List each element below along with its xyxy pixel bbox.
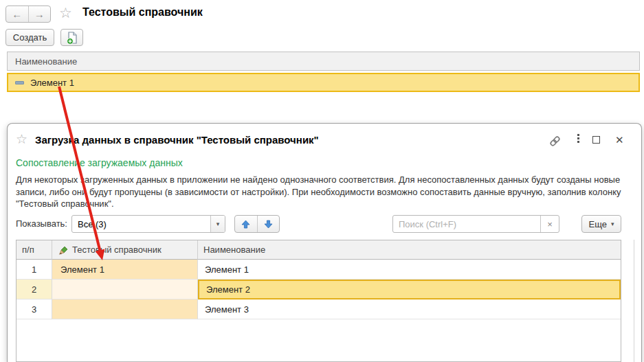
- column-header-mapped-label: Тестовый справочник: [72, 245, 162, 255]
- forward-icon: →: [34, 8, 45, 20]
- close-icon[interactable]: ✕: [615, 135, 624, 145]
- move-buttons-group: [234, 215, 280, 233]
- maximize-icon[interactable]: [592, 136, 600, 144]
- catalog-element-icon: [15, 81, 24, 84]
- more-menu-icon[interactable]: [577, 134, 579, 143]
- row-2-mapped-cell[interactable]: [52, 280, 198, 299]
- pencil-edit-icon: [58, 245, 67, 255]
- row-1-mapped-cell[interactable]: Элемент 1: [52, 260, 198, 280]
- row-2-num[interactable]: 2: [16, 280, 52, 299]
- clear-icon: ×: [547, 219, 553, 229]
- arrow-down-icon: [264, 220, 273, 229]
- chevron-down-icon: ▾: [216, 220, 220, 227]
- show-filter-label: Показывать:: [16, 218, 67, 229]
- row-3-name-cell[interactable]: Элемент 3: [198, 299, 621, 319]
- copy-link-icon[interactable]: [548, 135, 562, 148]
- page-title: Тестовый справочник: [82, 6, 203, 19]
- dialog-title: Загрузка данных в справочник "Тестовый с…: [35, 134, 319, 146]
- section-heading: Сопоставление загружаемых данных: [16, 157, 183, 168]
- scrollbar-track[interactable]: [634, 240, 634, 362]
- document-add-icon: [65, 31, 79, 45]
- back-button[interactable]: ←: [6, 6, 29, 22]
- load-data-dialog: ☆ Загрузка данных в справочник "Тестовый…: [7, 123, 642, 362]
- load-data-button[interactable]: [60, 29, 83, 46]
- favorite-star-icon[interactable]: ☆: [59, 5, 72, 20]
- move-up-button[interactable]: [235, 216, 258, 232]
- more-button[interactable]: Еще ▾: [581, 215, 621, 233]
- dialog-description: Для некоторых загруженных данных в прило…: [16, 174, 632, 210]
- row-1-num[interactable]: 1: [16, 260, 52, 280]
- column-header-mapped[interactable]: Тестовый справочник: [52, 240, 198, 260]
- row-2-name-cell-selected[interactable]: Элемент 2: [198, 280, 621, 299]
- show-filter-combobox[interactable]: Все (3) ▾: [71, 215, 225, 233]
- show-filter-value: Все (3): [72, 216, 210, 232]
- move-down-button[interactable]: [258, 216, 280, 232]
- create-button[interactable]: Создать: [5, 29, 54, 46]
- column-header-name[interactable]: Наименование: [198, 240, 621, 260]
- list-column-header[interactable]: Наименование: [7, 52, 640, 71]
- search-clear-button[interactable]: ×: [540, 216, 559, 232]
- row-3-num[interactable]: 3: [16, 299, 52, 319]
- history-nav-group: ← →: [5, 5, 51, 23]
- search-box: ×: [392, 215, 559, 233]
- arrow-up-icon: [241, 220, 250, 229]
- list-row-name: Элемент 1: [30, 78, 74, 88]
- row-1-name-cell[interactable]: Элемент 1: [198, 260, 621, 280]
- list-row-selected[interactable]: Элемент 1: [7, 73, 640, 92]
- mapping-table: п/п Тестовый справочник Наименование 1 Э…: [16, 240, 621, 362]
- more-button-label: Еще: [589, 219, 607, 229]
- search-input[interactable]: [393, 216, 540, 232]
- dialog-favorite-star-icon[interactable]: ☆: [16, 133, 27, 146]
- back-icon: ←: [12, 8, 22, 20]
- combobox-dropdown-button[interactable]: ▾: [210, 216, 225, 232]
- forward-button[interactable]: →: [29, 6, 51, 22]
- chevron-down-icon: ▾: [611, 220, 614, 227]
- column-header-num[interactable]: п/п: [16, 240, 52, 260]
- row-3-mapped-cell[interactable]: [52, 299, 198, 319]
